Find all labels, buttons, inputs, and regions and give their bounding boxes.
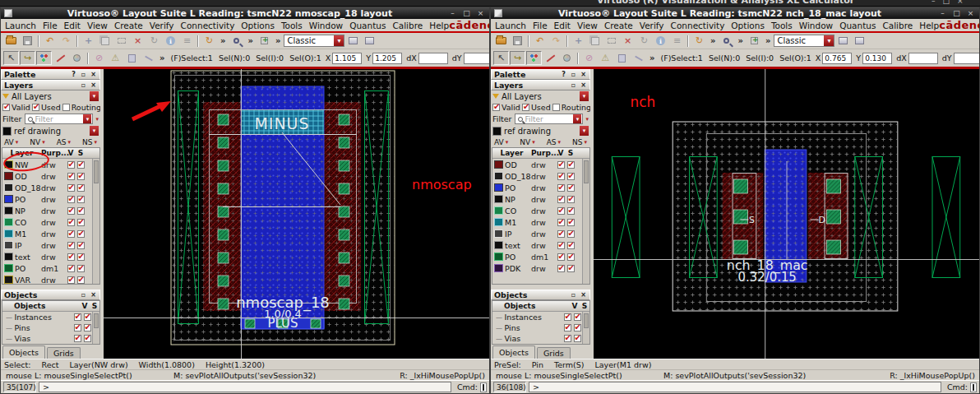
quick-toggle[interactable]: NV [30,137,44,147]
menu-item[interactable]: Calibre [392,21,423,30]
y-coordinate-input[interactable] [862,53,892,64]
layer-table-header[interactable]: Layer Purp... V S [2,148,99,159]
layer-selectable-checkbox[interactable] [77,161,85,169]
layer-row[interactable]: NP drw [2,205,99,216]
used-checkbox[interactable] [32,104,39,111]
filter-searchbox[interactable]: Filter ▾ [25,114,94,124]
layout-canvas[interactable]: MINUS nmoscap_18 1.0/0.4 PLUS nmoscap [104,69,489,359]
select-mode-button[interactable]: ↖ [493,51,509,65]
close-icon[interactable]: × [580,71,587,78]
menu-item[interactable]: Help [919,21,939,30]
quick-toggle[interactable]: NS [572,137,587,147]
scrollbar-thumb[interactable] [94,313,99,328]
used-checkbox[interactable] [522,104,529,111]
close-icon[interactable]: × [90,291,97,299]
properties-button[interactable]: i [163,34,178,48]
open-button[interactable] [493,34,509,48]
layer-row[interactable]: OD drw [492,159,589,170]
layer-selectable-checkbox[interactable] [77,276,85,284]
layout-canvas-area[interactable]: MINUS nmoscap_18 1.0/0.4 PLUS nmoscap [104,69,489,359]
column-layer[interactable]: Layer [492,149,531,157]
close-icon[interactable]: × [580,291,587,299]
save-button[interactable] [510,34,525,48]
help-icon[interactable]: ? [70,71,77,78]
no-entry-button[interactable]: ⊘ [581,51,597,65]
column-selectable[interactable]: S [90,302,99,310]
layer-visible-checkbox[interactable] [557,161,565,169]
copy-display-button[interactable] [345,34,361,48]
menu-item[interactable]: Create [604,21,633,30]
align-button[interactable]: ≡ [669,34,685,48]
maximize-button[interactable]: □ [951,9,962,17]
layer-selectable-checkbox[interactable] [77,265,85,272]
layer-visible-checkbox[interactable] [557,196,565,203]
layer-row[interactable]: CO drw [492,205,589,216]
menu-item[interactable]: Tools [771,21,793,30]
objects-header[interactable]: Objects ▫ × [1,290,100,300]
scrollbar-thumb[interactable] [584,160,589,183]
objects-table-header[interactable]: Objects V S [492,301,589,312]
layer-visible-checkbox[interactable] [67,276,75,284]
display-style-combobox[interactable]: Classic ▾ [774,35,834,47]
layer-row[interactable]: NW drw [2,159,99,170]
create-via-button[interactable] [747,34,762,48]
column-selectable[interactable]: S [76,149,86,157]
layer-selectable-checkbox[interactable] [567,242,575,249]
dy-input[interactable] [954,53,980,64]
menu-item[interactable]: Quantus [839,21,876,30]
tab-objects[interactable]: Objects [2,345,45,359]
properties-button[interactable]: i [653,34,668,48]
display-style-combobox[interactable]: Classic ▾ [284,35,344,47]
menu-item[interactable]: Launch [495,21,526,30]
warning-button[interactable]: ⚠ [108,51,123,65]
object-row[interactable]: Instances [492,312,582,322]
valid-checkbox[interactable] [492,104,500,111]
object-selectable-checkbox[interactable] [574,335,581,342]
layer-selectable-checkbox[interactable] [77,230,85,238]
column-selectable[interactable]: S [566,149,576,157]
dropdown-icon[interactable]: ▾ [90,126,99,136]
column-objects[interactable]: Objects [492,302,570,310]
toolbar-overflow-icon[interactable]: » [737,36,742,45]
layer-selectable-checkbox[interactable] [77,219,85,226]
rotate-button[interactable]: ↻ [146,34,162,48]
layer-visible-checkbox[interactable] [557,253,565,261]
quick-toggle[interactable]: NV [520,137,534,147]
dropdown-icon[interactable]: ▾ [585,116,589,123]
menu-item[interactable]: Window [309,21,343,30]
object-row[interactable]: Vias [492,333,582,344]
tab-grids[interactable]: Grids [47,347,81,359]
bg-minimize-button[interactable]: – [931,0,936,5]
menu-item[interactable]: View [577,21,598,30]
float-icon[interactable]: ▫ [80,71,87,78]
layer-filter-dropdown[interactable]: All Layers ▾ [1,90,100,102]
command-input[interactable]: > [39,382,451,392]
dropdown-icon[interactable]: ▾ [90,91,99,101]
dropdown-icon[interactable]: ▾ [573,114,581,123]
object-visible-checkbox[interactable] [564,324,571,331]
delete-button[interactable]: × [130,34,146,48]
layer-row[interactable]: text drw [492,239,589,251]
object-selectable-checkbox[interactable] [84,335,91,342]
menu-item[interactable]: Verify [150,21,174,30]
menu-item[interactable]: File [533,21,548,30]
layer-row[interactable]: OD_18 drw [2,182,99,193]
quick-toggle[interactable]: AV [4,137,18,147]
quick-toggle[interactable]: AV [494,137,508,147]
menu-item[interactable]: Edit [554,21,571,30]
objects-scrollbar[interactable] [92,312,99,344]
float-icon[interactable]: ▫ [570,71,577,78]
column-purpose[interactable]: Purp... [41,149,66,157]
layer-selectable-checkbox[interactable] [567,207,575,215]
hierarchy-button[interactable] [36,51,52,65]
dy-input[interactable] [464,53,490,64]
probe-button[interactable] [141,51,156,65]
y-coordinate-input[interactable] [372,53,402,64]
layer-visible-checkbox[interactable] [557,265,565,272]
layer-selectable-checkbox[interactable] [77,242,85,249]
close-icon[interactable]: × [580,81,587,89]
close-button[interactable]: × [965,9,976,17]
float-icon[interactable]: ▫ [80,291,87,299]
copy-button[interactable] [97,34,113,48]
layer-visible-checkbox[interactable] [557,242,565,249]
